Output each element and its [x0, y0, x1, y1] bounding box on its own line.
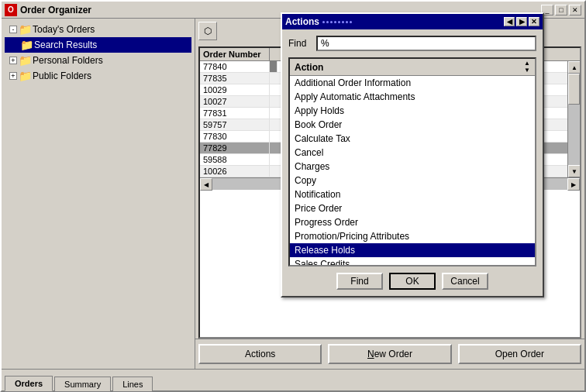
list-item[interactable]: Charges — [290, 160, 535, 174]
marker-cell — [270, 61, 277, 72]
order-number: 77830 — [200, 131, 270, 142]
sidebar-item-search-results[interactable]: 📁 Search Results — [5, 37, 191, 53]
dot7 — [346, 21, 348, 23]
folder-icon: 📁 — [19, 70, 31, 82]
order-number: 10026 — [200, 166, 270, 177]
export-button[interactable]: ⬡ — [198, 22, 217, 40]
order-number: 59588 — [200, 154, 270, 165]
list-sort-icons: ▲ ▼ — [524, 60, 530, 74]
app-icon: O — [5, 4, 17, 16]
modal-title-area: Actions — [285, 16, 352, 27]
order-number: 77835 — [200, 73, 270, 84]
sidebar-item-todays-orders[interactable]: - 📁 Today's Orders — [5, 22, 191, 37]
dot1 — [322, 21, 325, 23]
list-item-release-holds[interactable]: Release Holds — [290, 243, 535, 257]
modal-resize2-button[interactable]: ▶ — [516, 17, 527, 26]
order-number: 10029 — [200, 84, 270, 95]
list-item[interactable]: Calculate Tax — [290, 132, 535, 146]
scroll-track[interactable] — [568, 74, 580, 165]
list-item[interactable]: Price Order — [290, 201, 535, 215]
scroll-right-button[interactable]: ▶ — [567, 178, 580, 191]
modal-cancel-button[interactable]: Cancel — [442, 273, 488, 290]
order-number: 77840 — [200, 61, 270, 72]
list-item[interactable]: Additional Order Information — [290, 76, 535, 90]
dot6 — [342, 21, 344, 23]
open-order-button[interactable]: Open Order — [458, 344, 581, 364]
folder-icon: 📁 — [19, 54, 31, 67]
list-item[interactable]: Sales Credits — [290, 257, 535, 266]
main-window: O Order Organizer _ □ ✕ - 📁 Today's Orde… — [0, 0, 586, 392]
list-item[interactable]: Promotion/Pricing Attributes — [290, 229, 535, 243]
order-number: 59757 — [200, 119, 270, 130]
find-input[interactable] — [316, 36, 536, 51]
scroll-down-button[interactable]: ▼ — [568, 165, 580, 177]
actions-dialog: Actions ◀ ▶ ✕ — [281, 12, 544, 297]
sidebar-item-public-folders[interactable]: + 📁 Public Folders — [5, 68, 191, 84]
modal-title-bar: Actions ◀ ▶ ✕ — [282, 14, 543, 29]
order-number: 77829 — [200, 143, 270, 153]
modal-close-button[interactable]: ✕ — [529, 17, 539, 26]
scroll-up-button[interactable]: ▲ — [568, 61, 580, 74]
scroll-thumb[interactable] — [568, 74, 580, 105]
window-controls: _ □ ✕ — [541, 5, 581, 15]
bottom-bar: Orders Summary Lines — [2, 369, 584, 390]
folder-icon: 📁 — [19, 23, 31, 36]
dot2 — [326, 21, 329, 23]
tab-orders[interactable]: Orders — [5, 376, 53, 391]
sort-desc-icon: ▼ — [524, 67, 530, 74]
order-number: 10027 — [200, 96, 270, 107]
list-item[interactable]: Notification — [290, 187, 535, 201]
actions-button[interactable]: Actions — [198, 344, 322, 364]
sidebar-item-personal-folders[interactable]: + 📁 Personal Folders — [5, 53, 191, 68]
modal-find-button[interactable]: Find — [336, 273, 383, 290]
col-order-number: Order Number — [200, 48, 270, 60]
scroll-left-button[interactable]: ◀ — [200, 178, 212, 191]
maximize-button[interactable]: □ — [555, 5, 567, 15]
tab-summary[interactable]: Summary — [54, 377, 111, 391]
dot3 — [330, 21, 333, 23]
dot5 — [338, 21, 340, 23]
modal-title-dots — [322, 21, 352, 23]
order-number: 77831 — [200, 108, 270, 119]
actions-list[interactable]: Action ▲ ▼ Additional Order Information … — [288, 57, 536, 266]
find-label: Find — [288, 38, 312, 49]
list-item[interactable]: Cancel — [290, 146, 535, 160]
expand-icon[interactable]: - — [9, 26, 17, 33]
modal-buttons: Find OK Cancel — [288, 273, 536, 290]
close-button[interactable]: ✕ — [569, 5, 581, 15]
expand-icon[interactable]: + — [9, 72, 17, 80]
list-item[interactable]: Apply Automatic Attachments — [290, 90, 535, 104]
expand-icon[interactable]: + — [9, 57, 17, 64]
vertical-scrollbar[interactable]: ▲ ▼ — [567, 61, 580, 177]
list-item[interactable]: Apply Holds — [290, 104, 535, 118]
tab-lines[interactable]: Lines — [112, 377, 153, 391]
find-row: Find — [288, 36, 536, 51]
dot4 — [334, 21, 336, 23]
list-item[interactable]: Progress Order — [290, 215, 535, 229]
list-header: Action ▲ ▼ — [290, 59, 535, 76]
left-panel: - 📁 Today's Orders 📁 Search Results + 📁 … — [2, 19, 195, 369]
list-item[interactable]: Book Order — [290, 118, 535, 132]
modal-resize1-button[interactable]: ◀ — [504, 17, 515, 26]
modal-ok-button[interactable]: OK — [389, 273, 436, 290]
action-buttons-row: Actions New Order Open Order — [195, 339, 584, 369]
new-order-button[interactable]: New Order — [328, 344, 451, 364]
folder-icon: 📁 — [20, 39, 33, 51]
modal-body: Find Action ▲ ▼ Additional Order Informa… — [282, 29, 543, 296]
modal-title-text: Actions — [285, 16, 319, 27]
list-item[interactable]: Copy — [290, 174, 535, 187]
dot8 — [350, 21, 352, 23]
modal-window-controls: ◀ ▶ ✕ — [504, 17, 539, 26]
sort-asc-icon: ▲ — [524, 60, 530, 67]
